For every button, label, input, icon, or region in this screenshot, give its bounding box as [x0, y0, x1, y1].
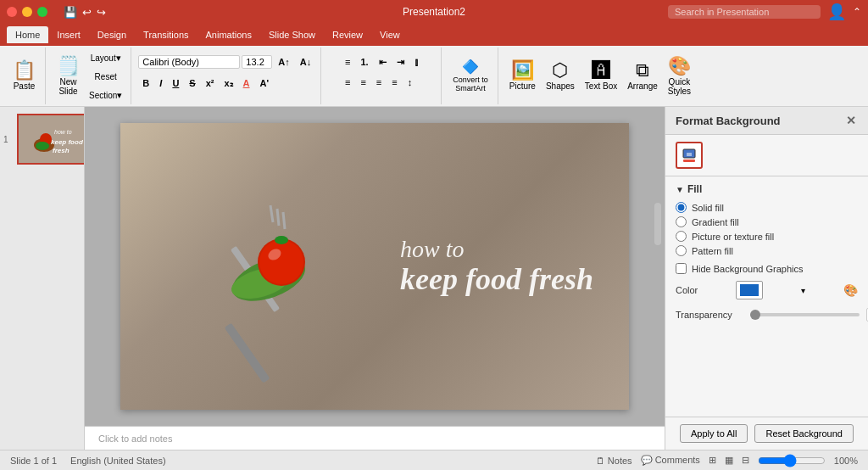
section-label: Section [89, 91, 117, 100]
bullets-button[interactable]: ≡ [341, 53, 354, 70]
tab-view[interactable]: View [371, 26, 409, 43]
color-dropdown-icon[interactable]: ▾ [801, 286, 805, 295]
font-row-2: B I U S x² x₂ A A' [138, 74, 315, 92]
picture-button[interactable]: 🖼️ Picture [505, 53, 540, 100]
underline-button[interactable]: U [168, 75, 183, 92]
gradient-fill-radio[interactable] [676, 216, 687, 227]
notes-placeholder: Click to add notes [98, 434, 172, 444]
solid-fill-radio[interactable] [676, 202, 687, 213]
picture-fill-option[interactable]: Picture or texture fill [676, 231, 858, 242]
italic-button[interactable]: I [155, 75, 166, 92]
increase-indent[interactable]: ⇥ [392, 53, 409, 70]
arrange-button[interactable]: ⧉ Arrange [623, 53, 662, 100]
align-center[interactable]: ≡ [356, 74, 370, 91]
minimize-button[interactable] [22, 7, 32, 17]
picture-fill-radio[interactable] [676, 231, 687, 242]
tab-home[interactable]: Home [7, 26, 48, 43]
tab-design[interactable]: Design [89, 26, 135, 43]
undo-icon[interactable]: ↩ [82, 6, 92, 19]
color-picker-icon[interactable]: 🎨 [843, 283, 858, 297]
food-svg [142, 148, 379, 385]
bold-button[interactable]: B [138, 75, 153, 92]
picture-label: Picture [509, 81, 536, 91]
hide-bg-graphics[interactable]: Hide Background Graphics [676, 263, 858, 274]
para-row-2: ≡ ≡ ≡ ≡ ↕ [341, 73, 424, 92]
apply-to-all-button[interactable]: Apply to All [680, 424, 748, 443]
ribbon-toolbar: 📋 Paste 🗒️ NewSlide Layout ▾ Reset Secti… [0, 46, 868, 107]
slide-canvas[interactable]: how to keep food fresh [120, 123, 629, 410]
format-panel: Format Background ✕ ▼ Fill Solid fill [665, 107, 868, 450]
align-right[interactable]: ≡ [372, 74, 386, 91]
subscript-button[interactable]: x₂ [220, 75, 236, 92]
numbering-button[interactable]: 1. [356, 53, 372, 70]
tab-review[interactable]: Review [324, 26, 371, 43]
font-row-1: A↑ A↓ [138, 53, 315, 71]
svg-text:keep food: keep food [51, 138, 84, 146]
canvas-area[interactable]: how to keep food fresh [85, 107, 665, 426]
transparency-slider[interactable] [750, 313, 860, 316]
transparency-row: Transparency [676, 308, 858, 322]
shapes-button[interactable]: ⬡ Shapes [542, 53, 579, 100]
panel-close-button[interactable]: ✕ [844, 114, 858, 127]
svg-line-10 [277, 209, 279, 226]
zoom-slider[interactable] [758, 454, 826, 467]
maximize-button[interactable] [37, 7, 47, 17]
text-shadow-button[interactable]: A' [256, 75, 274, 92]
layout-button[interactable]: Layout ▾ [86, 49, 125, 66]
tab-slideshow[interactable]: Slide Show [260, 26, 324, 43]
view-reading-icon[interactable]: ⊟ [742, 455, 749, 466]
slide-thumbnail[interactable]: how to keep food fresh [17, 114, 85, 165]
cols-button[interactable]: ⫿ [410, 53, 424, 70]
view-slide-icon[interactable]: ▦ [725, 455, 733, 466]
thumb-svg: how to keep food fresh [19, 115, 85, 163]
search-input[interactable] [668, 5, 821, 19]
font-size-input[interactable] [242, 55, 272, 69]
tab-insert[interactable]: Insert [48, 26, 89, 43]
view-normal-icon[interactable]: ⊞ [709, 455, 716, 466]
slide-panel: 1 how to keep food fresh [0, 107, 85, 450]
strikethrough-button[interactable]: S [185, 75, 199, 92]
color-swatch-button[interactable] [736, 281, 763, 299]
new-slide-button[interactable]: 🗒️ NewSlide [53, 53, 84, 100]
svg-point-3 [36, 142, 49, 150]
reset-label: Reset [95, 72, 117, 81]
notes-button[interactable]: 🗒 Notes [596, 456, 632, 466]
new-slide-icon: 🗒️ [57, 57, 80, 76]
comments-button[interactable]: 💬 Comments [641, 455, 700, 466]
superscript-button[interactable]: x² [202, 75, 219, 92]
user-icon[interactable]: 👤 [827, 3, 846, 21]
align-left[interactable]: ≡ [341, 74, 354, 91]
quick-save-icon[interactable]: 💾 [64, 6, 77, 19]
fill-section-title[interactable]: ▼ Fill [676, 183, 858, 195]
decrease-indent[interactable]: ⇤ [375, 53, 391, 70]
convert-smartart-button[interactable]: 🔷 Convert toSmartArt [448, 53, 492, 100]
reset-background-button[interactable]: Reset Background [754, 424, 854, 443]
status-bar: Slide 1 of 1 English (United States) 🗒 N… [0, 450, 868, 470]
notes-bar[interactable]: Click to add notes [85, 426, 665, 450]
font-color-button[interactable]: A [239, 75, 254, 92]
textbox-button[interactable]: 🅰 Text Box [581, 53, 621, 100]
fill-icon-button[interactable] [676, 142, 703, 169]
gradient-fill-option[interactable]: Gradient fill [676, 216, 858, 227]
redo-icon[interactable]: ↪ [97, 6, 106, 19]
svg-text:fresh: fresh [53, 147, 70, 154]
pattern-fill-radio[interactable] [676, 245, 687, 256]
solid-fill-option[interactable]: Solid fill [676, 202, 858, 213]
paste-button[interactable]: 📋 Paste [8, 53, 40, 100]
main-layout: 1 how to keep food fresh [0, 107, 868, 450]
vertical-scrollbar[interactable] [654, 203, 661, 245]
hide-bg-checkbox[interactable] [676, 263, 687, 274]
close-button[interactable] [7, 7, 17, 17]
font-size-decrease[interactable]: A↓ [296, 53, 315, 70]
font-family-input[interactable] [138, 55, 240, 69]
reset-button[interactable]: Reset [86, 68, 125, 85]
line-spacing[interactable]: ↕ [403, 74, 417, 91]
section-button[interactable]: Section ▾ [86, 87, 125, 104]
tab-animations[interactable]: Animations [198, 26, 260, 43]
pattern-fill-option[interactable]: Pattern fill [676, 245, 858, 256]
font-size-increase[interactable]: A↑ [274, 53, 293, 70]
tab-transitions[interactable]: Transitions [135, 26, 197, 43]
quick-styles-button[interactable]: 🎨 QuickStyles [664, 53, 695, 100]
justify[interactable]: ≡ [387, 74, 401, 91]
paste-group: 📋 Paste [3, 48, 46, 104]
